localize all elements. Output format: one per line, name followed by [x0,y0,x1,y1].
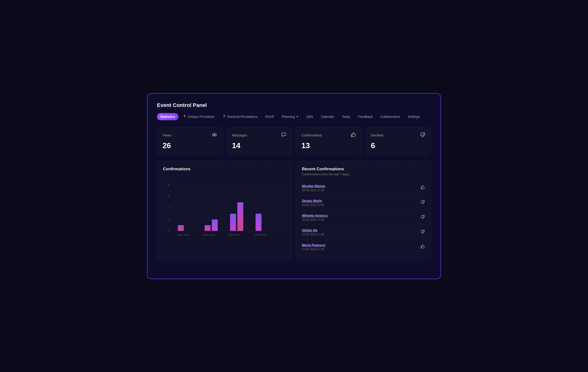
stat-confirmations-label: Confirmations [301,133,322,137]
svg-rect-20 [237,202,243,231]
main-panel: Event Control Panel Statistics 📍 Unique … [147,93,441,279]
conf-name-3[interactable]: Stefan Ilie [302,228,324,232]
nav-item-unique-pinvitation[interactable]: 📍 Unique Pinvitation [179,113,218,120]
nav-item-statistics[interactable]: Statistics [157,113,178,120]
conf-name-2[interactable]: Mihaela Ionescu [302,214,328,217]
stat-card-views: Views 26 [157,127,223,155]
bar-chart: 8 6 4 2 0 [163,172,286,249]
svg-rect-18 [212,219,218,231]
conf-date-4: 27 05 2024 17:06 [302,248,326,251]
svg-text:2024-05-23: 2024-05-23 [178,233,190,236]
stat-card-declines: Declines 6 [366,127,431,155]
svg-text:2024-05-29: 2024-05-29 [255,233,267,236]
svg-text:4: 4 [168,206,169,209]
nav-item-feedback[interactable]: Feedback [355,113,376,120]
conf-name-0[interactable]: Nicolae Manea [302,184,325,188]
thumbs-down-icon [420,132,426,139]
list-item: Nicolae Manea 28 05 2024 17:06 [302,181,425,196]
thumbs-up-icon-0 [420,185,425,191]
chart-title: Confirmations [163,167,286,171]
svg-text:2024-05-27: 2024-05-27 [228,233,240,236]
stat-messages-label: Messages [232,133,247,137]
conf-date-1: 28 05 2024 17:06 [302,203,324,207]
list-item: Mihaela Ionescu 28 05 2024 17:06 [302,210,425,225]
nav-item-tasks[interactable]: Tasks [338,113,354,120]
nav-item-settings[interactable]: Settings [405,113,423,120]
stat-views-label: Views [162,133,171,137]
stat-messages-value: 14 [232,141,287,150]
list-item: Stefan Ilie 27 05 2024 17:06 [302,225,425,240]
svg-text:2: 2 [168,218,169,221]
stat-views-value: 26 [162,141,217,150]
svg-text:8: 8 [168,183,169,186]
thumbs-up-icon-4 [420,244,425,250]
stat-card-confirmations: Confirmations 13 [296,127,362,155]
svg-text:0: 0 [168,229,169,232]
nav-item-rsvp[interactable]: RSVP [262,113,278,120]
stat-card-messages: Messages 14 [227,127,292,155]
page-title: Event Control Panel [157,102,431,108]
recent-confirmations-card: Recent Confirmations Confirmations from … [296,161,431,260]
confirmation-list: Nicolae Manea 28 05 2024 17:06 Sergiu Ma… [302,181,425,254]
nav-item-planning[interactable]: Planning ▼ [279,113,302,120]
svg-rect-21 [256,214,262,231]
list-item: Maria Popescu 27 05 2024 17:06 [302,240,425,254]
conf-date-3: 27 05 2024 17:06 [302,233,324,236]
nav-item-gifts[interactable]: Gifts [303,113,316,120]
main-nav: Statistics 📍 Unique Pinvitation 📍 Nomina… [157,113,431,120]
stat-declines-value: 6 [371,141,426,150]
svg-text:6: 6 [168,195,169,198]
thumbs-up-icon [350,132,356,139]
chart-svg: 8 6 4 2 0 [163,172,286,249]
eye-icon [211,132,217,139]
recent-confirmations-subtitle: Confirmations from the last 7 days. [302,172,425,176]
pin-icon-nominal: 📍 [222,115,226,118]
message-icon [281,132,287,139]
conf-date-0: 28 05 2024 17:06 [302,189,325,192]
chevron-down-icon: ▼ [296,115,299,118]
thumbs-down-icon-3 [420,229,425,235]
stat-declines-label: Declines [371,133,384,137]
svg-rect-17 [205,225,211,231]
bottom-grid: Confirmations 8 [157,161,431,260]
stat-cards-row: Views 26 Messages [157,127,431,155]
svg-point-1 [214,134,215,135]
conf-date-2: 28 05 2024 17:06 [302,218,328,221]
conf-name-4[interactable]: Maria Popescu [302,243,326,247]
svg-rect-16 [178,225,184,231]
nav-item-calendar[interactable]: Calendar [317,113,338,120]
pin-icon-unique: 📍 [183,115,187,118]
recent-confirmations-title: Recent Confirmations [302,167,425,171]
list-item: Sergiu Marin 28 05 2024 17:06 [302,196,425,210]
stat-confirmations-value: 13 [301,141,356,150]
chart-card: Confirmations 8 [157,161,292,260]
svg-text:2024-05-25: 2024-05-25 [203,233,215,236]
thumbs-down-icon-1 [420,200,425,206]
conf-name-1[interactable]: Sergiu Marin [302,199,324,203]
thumbs-down-icon-2 [420,215,425,220]
nav-item-collaborators[interactable]: Collaborators [377,113,403,120]
nav-item-nominal-pinvitations[interactable]: 📍 Nominal Pinvitations [219,113,261,120]
svg-rect-19 [230,214,236,231]
